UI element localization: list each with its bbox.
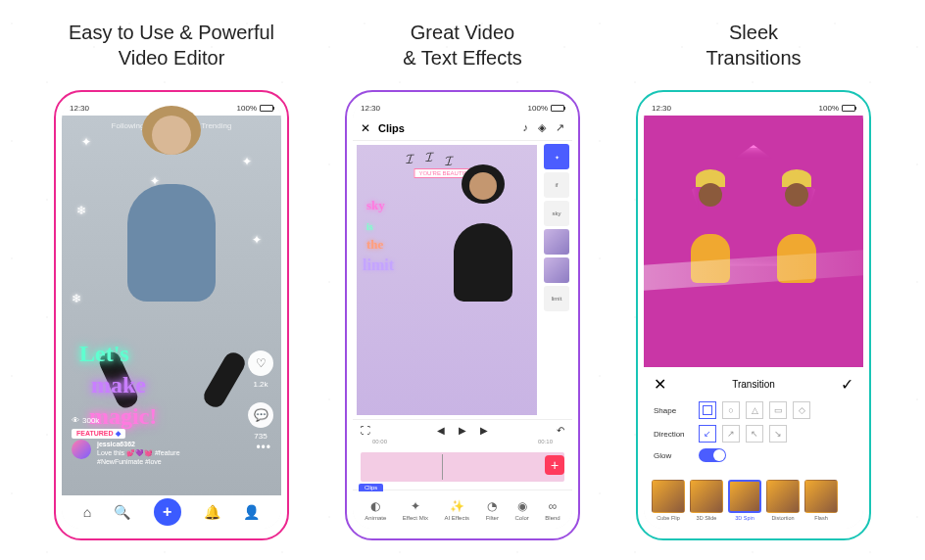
like-button[interactable]: ♡ [248,350,273,376]
status-bar: 12:30 100% [644,100,863,116]
layer-panel: ✦ if sky limit [541,141,572,419]
tool-strip: ◐Animate ✦Effect Mix ✨AI Effects ◔Filter… [353,490,572,529]
transition-3d-spin[interactable]: 3D Spin [728,480,761,521]
transition-flash[interactable]: Flash [804,480,838,521]
transition-preview [644,116,863,367]
panel-title: Easy to Use & Powerful Video Editor [69,20,274,70]
timeline[interactable]: 00:0000:10 + Clips [353,441,572,490]
playback-controls: ⛶ ◀ ▶ ▶ ↶ [353,419,572,441]
music-icon[interactable]: ♪ [523,121,529,134]
video-feed: Following Featured Trending ✦✦ ❄✦ ❄✦ Let… [62,116,281,495]
status-time: 12:30 [70,104,89,113]
direction-option[interactable]: ↙ [699,425,716,443]
status-bar: 12:30 100% [353,100,572,116]
battery-icon [551,105,564,112]
transition-thumbnails: Cube Flip 3D Slide 3D Spin Distortion Fl… [644,476,863,529]
shape-label: Shape [654,406,693,415]
editor-title: Clips [378,122,515,134]
undo-icon[interactable]: ↶ [557,425,564,436]
tool-animate[interactable]: ◐Animate [365,499,386,521]
prev-button[interactable]: ◀ [437,425,445,436]
panel-transitions: Sleek Transitions 12:30 100% ✕ Transitio… [621,20,886,540]
direction-option[interactable]: ↘ [769,425,787,443]
shape-diamond[interactable]: ◇ [793,401,810,419]
expand-icon[interactable]: ⛶ [361,425,370,436]
neon-text-2: make [91,372,146,398]
play-button[interactable]: ▶ [459,425,466,436]
shape-bars[interactable]: ▭ [769,401,787,419]
user-avatar[interactable] [72,440,91,459]
confirm-button[interactable]: ✓ [841,375,853,394]
tool-color[interactable]: ◉Color [514,499,528,521]
export-icon[interactable]: ↗ [556,121,564,134]
settings-title: Transition [732,379,775,390]
transition-settings: ✕ Transition ✓ Shape ○ △ ▭ ◇ Direction [644,367,863,476]
direction-option[interactable]: ↗ [722,425,740,443]
canvas-subject [439,194,527,331]
layer-item[interactable]: ✦ [544,144,569,169]
close-button[interactable]: ✕ [361,121,370,135]
shape-square[interactable] [699,401,716,419]
layer-item[interactable] [544,229,569,255]
status-battery: 100% [237,104,257,113]
transition-3d-slide[interactable]: 3D Slide [690,480,723,521]
battery-icon [842,105,855,112]
clips-tab[interactable]: Clips [359,484,383,491]
transition-cube-flip[interactable]: Cube Flip [652,480,685,521]
close-button[interactable]: ✕ [654,375,666,394]
direction-label: Direction [654,430,693,439]
layer-item[interactable]: limit [544,286,569,311]
eye-icon: 👁 [72,416,79,425]
glow-label: Glow [654,451,693,460]
user-caption: jessica6362 Love this 💕💜💓 #feature #NewF… [97,440,180,466]
search-icon[interactable]: 🔍 [114,504,130,520]
next-button[interactable]: ▶ [480,425,488,436]
shape-circle[interactable]: ○ [722,401,740,419]
profile-icon[interactable]: 👤 [243,504,260,520]
panel-video-editor: Easy to Use & Powerful Video Editor 12:3… [39,20,304,540]
panel-effects: Great Video & Text Effects 12:30 100% ✕ … [330,20,595,540]
layer-item[interactable]: sky [544,201,569,226]
phone-frame-2: 12:30 100% ✕ Clips ♪ ◈ ↗ 𝓘𝓘𝓘 YOU'RE BEAU… [345,90,580,540]
battery-icon [260,105,273,112]
editor-canvas[interactable]: 𝓘𝓘𝓘 YOU'RE BEAUTIFUL sky is the limit [357,145,537,415]
tab-following[interactable]: Following [112,121,145,130]
view-count: 👁300k [72,416,99,425]
home-icon[interactable]: ⌂ [83,504,91,520]
shape-triangle[interactable]: △ [746,401,763,419]
preview-subject [683,169,738,257]
bottom-nav: ⌂ 🔍 + 🔔 👤 [62,495,281,529]
layers-icon[interactable]: ◈ [538,121,546,134]
tool-filter[interactable]: ◔Filter [486,499,499,521]
phone-frame-1: 12:30 100% Following Featured Trending ✦… [54,90,289,540]
create-button[interactable]: + [154,498,181,526]
glow-toggle[interactable] [699,448,726,462]
comment-button[interactable]: 💬 [248,402,273,428]
layer-item[interactable] [544,257,569,283]
tool-ai-effects[interactable]: ✨AI Effects [445,499,470,521]
featured-badge: FEATURED ◆ [72,429,125,439]
feed-subject [88,145,255,360]
comment-count: 735 [254,432,267,441]
preview-subject [769,169,824,257]
tool-blend[interactable]: ∞Blend [545,499,560,521]
panel-title: Sleek Transitions [706,20,801,70]
like-count: 1.2k [253,380,268,389]
layer-item[interactable]: if [544,172,569,198]
add-clip-button[interactable]: + [545,455,564,475]
phone-frame-3: 12:30 100% ✕ Transition ✓ [636,90,871,540]
notifications-icon[interactable]: 🔔 [204,504,220,520]
direction-option[interactable]: ↖ [746,425,763,443]
panel-title: Great Video & Text Effects [403,20,522,70]
tool-effect-mix[interactable]: ✦Effect Mix [403,499,428,521]
more-button[interactable]: ••• [256,441,271,454]
editor-header: ✕ Clips ♪ ◈ ↗ [353,116,572,141]
neon-text-1: Let's [79,341,129,367]
tab-trending[interactable]: Trending [201,121,231,130]
neon-text-3: magic! [89,403,157,430]
transition-distortion[interactable]: Distortion [766,480,800,521]
